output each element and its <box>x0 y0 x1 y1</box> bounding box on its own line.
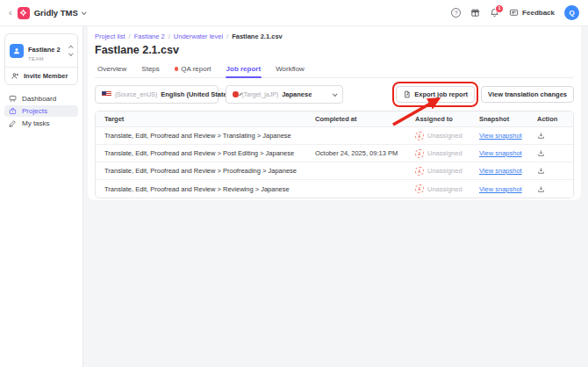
toolbar: Export job report View translation chang… <box>396 86 574 103</box>
sidebar-item-projects[interactable]: Projects <box>4 105 78 117</box>
workspace-chevron-down-icon[interactable] <box>82 10 87 15</box>
unassigned-person-icon <box>415 132 424 140</box>
sidebar-item-label: Projects <box>22 107 47 115</box>
target-language-value: Japanese <box>282 90 312 98</box>
tab-workflow[interactable]: Workflow <box>275 62 305 77</box>
export-job-report-button[interactable]: Export job report <box>396 86 475 103</box>
target-cell: Translate, Edit, Proofread and Review > … <box>96 132 315 140</box>
breadcrumb-current: Fastlane 2.1.csv <box>232 32 283 40</box>
feedback-icon <box>509 8 519 18</box>
assignee-label: Unassigned <box>427 167 463 175</box>
notifications-bell-icon[interactable]: 1 <box>490 8 499 18</box>
breadcrumb-separator: / <box>169 32 170 40</box>
download-icon[interactable] <box>537 167 573 175</box>
topbar-actions: ? 1 Feedback Q <box>451 5 579 20</box>
sidebar-nav: Dashboard Projects My tasks <box>4 93 78 129</box>
content-card: Project list / Fastlane 2 / Underwater l… <box>88 26 581 200</box>
tab-job-report[interactable]: Job report <box>226 62 262 77</box>
invite-member-button[interactable]: Invite Member <box>5 67 77 84</box>
whats-new-icon[interactable] <box>470 8 480 18</box>
gridly-logo-icon[interactable] <box>18 7 30 19</box>
download-icon[interactable] <box>537 132 573 140</box>
assignee-chip[interactable]: Unassigned <box>415 132 479 140</box>
download-icon[interactable] <box>537 185 573 193</box>
view-snapshot-link[interactable]: View snapshot <box>479 149 537 157</box>
breadcrumb: Project list / Fastlane 2 / Underwater l… <box>95 32 574 40</box>
assignee-chip[interactable]: Unassigned <box>415 167 479 176</box>
table-row-proofreading: Translate, Edit, Proofread and Review > … <box>96 162 573 180</box>
breadcrumb-separator: / <box>129 32 131 40</box>
dashboard-icon <box>9 95 17 103</box>
japan-flag-icon <box>233 91 239 97</box>
team-type-label: TEAM <box>28 56 65 61</box>
job-report-table: Target Completed at Assigned to Snapshot… <box>95 111 574 198</box>
team-meta: Fastlane 2 TEAM <box>28 40 65 61</box>
col-action: Action <box>537 115 573 123</box>
table-row-translating: Translate, Edit, Proofread and Review > … <box>96 127 573 145</box>
view-snapshot-link[interactable]: View snapshot <box>479 132 537 140</box>
tabs: Overview Steps QA report Job report Work… <box>95 62 574 78</box>
projects-icon <box>9 107 17 115</box>
col-snapshot: Snapshot <box>479 115 537 123</box>
assignee-chip[interactable]: Unassigned <box>415 149 479 158</box>
sidebar-item-label: Dashboard <box>22 95 56 103</box>
target-cell: Translate, Edit, Proofread and Review > … <box>96 167 315 175</box>
filter-row: (Source_enUS) English (United States) (T… <box>95 85 574 104</box>
notification-badge: 1 <box>495 4 504 13</box>
back-chevron-icon[interactable]: ‹ <box>9 8 12 18</box>
assignee-label: Unassigned <box>427 149 463 157</box>
source-language-select[interactable]: (Source_enUS) English (United States) <box>95 85 219 104</box>
source-language-value: English (United States) <box>161 90 233 98</box>
user-avatar[interactable]: Q <box>564 5 579 20</box>
source-column-id: (Source_enUS) <box>115 91 157 97</box>
view-snapshot-link[interactable]: View snapshot <box>479 185 537 193</box>
feedback-button[interactable]: Feedback <box>509 8 555 18</box>
breadcrumb-fastlane-2[interactable]: Fastlane 2 <box>134 32 165 40</box>
page-title: Fastlane 2.1.csv <box>95 44 574 56</box>
team-switcher-caret-icon <box>69 47 73 54</box>
team-switcher[interactable]: Fastlane 2 TEAM <box>5 34 77 67</box>
unassigned-person-icon <box>415 184 424 193</box>
export-job-report-label: Export job report <box>414 90 468 98</box>
chevron-down-icon <box>333 91 338 97</box>
col-target: Target <box>96 115 315 123</box>
us-flag-icon <box>102 91 111 98</box>
team-avatar <box>10 44 24 58</box>
tab-qa-report[interactable]: QA report <box>174 62 212 77</box>
sidebar-item-dashboard[interactable]: Dashboard <box>4 93 78 104</box>
tab-qa-report-label: QA report <box>181 65 211 73</box>
assignee-label: Unassigned <box>427 132 463 140</box>
my-tasks-icon <box>9 119 17 127</box>
tab-steps[interactable]: Steps <box>140 62 160 77</box>
view-snapshot-link[interactable]: View snapshot <box>479 167 537 175</box>
sidebar-item-label: My tasks <box>22 119 50 127</box>
app-title[interactable]: Gridly TMS <box>34 8 78 18</box>
team-name: Fastlane 2 <box>28 46 61 54</box>
export-annotation-target: Export job report <box>396 86 475 103</box>
target-cell: Translate, Edit, Proofread and Review > … <box>96 185 315 193</box>
download-icon[interactable] <box>537 149 573 157</box>
app-root: ‹ Gridly TMS ? 1 <box>0 0 588 367</box>
topbar: ‹ Gridly TMS ? 1 <box>0 0 588 26</box>
table-row-reviewing: Translate, Edit, Proofread and Review > … <box>96 180 573 198</box>
invite-member-icon <box>11 72 19 80</box>
target-column-id: (Target_jaJP) <box>242 91 279 97</box>
main-area: Project list / Fastlane 2 / Underwater l… <box>83 26 588 367</box>
sidebar: Fastlane 2 TEAM Invite Member <box>0 26 83 367</box>
target-language-select[interactable]: (Target_jaJP) Japanese <box>226 85 343 104</box>
breadcrumb-underwater-level[interactable]: Underwater level <box>174 32 223 40</box>
export-file-icon <box>403 90 411 98</box>
unassigned-person-icon <box>415 167 424 176</box>
tab-overview[interactable]: Overview <box>97 62 127 77</box>
breadcrumb-project-list[interactable]: Project list <box>95 32 125 40</box>
help-icon[interactable]: ? <box>451 8 461 18</box>
breadcrumb-separator: / <box>226 32 228 40</box>
view-translation-changes-button[interactable]: View translation changes <box>481 86 574 103</box>
col-completed-at: Completed at <box>315 115 415 123</box>
unassigned-person-icon <box>415 149 424 158</box>
col-assigned-to: Assigned to <box>415 115 479 123</box>
feedback-label: Feedback <box>522 9 555 17</box>
assignee-chip[interactable]: Unassigned <box>415 184 479 193</box>
sidebar-item-my-tasks[interactable]: My tasks <box>4 118 78 129</box>
table-header-row: Target Completed at Assigned to Snapshot… <box>96 112 573 127</box>
